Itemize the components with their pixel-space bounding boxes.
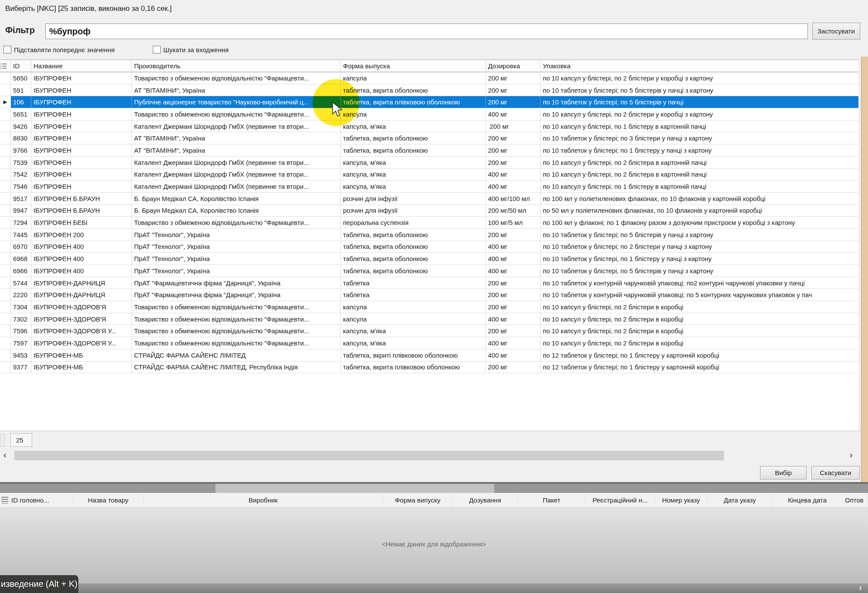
search-occurrence-checkbox[interactable]: [153, 46, 161, 54]
cell-name: ІБУПРОФЕН-ДАРНИЦЯ: [31, 277, 132, 289]
table-row[interactable]: 5651ІБУПРОФЕНТовариство з обмеженою відп…: [0, 108, 858, 121]
cell-form: таблетка, вкриті плівковою оболонкою: [341, 349, 486, 361]
column-header-name[interactable]: Название: [31, 60, 132, 72]
cell-manufacturer: Товариство з обмеженою відповідальністю …: [132, 301, 341, 313]
player-bar[interactable]: [0, 583, 868, 593]
row-selector: [0, 349, 11, 361]
cell-dosage: 200 мг: [486, 157, 541, 168]
table-row[interactable]: 7445ІБУПРОФЕН 200ПрАТ "Технолог", Україн…: [0, 229, 858, 241]
table-row[interactable]: 6970ІБУПРОФЕН 400ПрАТ "Технолог", Україн…: [0, 241, 858, 253]
grid-body: 5650ІБУПРОФЕНТовариство з обмеженою відп…: [0, 72, 858, 373]
table-row[interactable]: 6968ІБУПРОФЕН 400ПрАТ "Технолог", Україн…: [0, 253, 858, 265]
scroll-left-icon[interactable]: ‹: [3, 450, 7, 460]
column-header-packaging[interactable]: Упаковка: [541, 60, 858, 72]
bottom-column-header[interactable]: Назва товару: [73, 493, 144, 507]
status-panel: 25: [0, 431, 861, 449]
table-row[interactable]: 9947ІБУПРОФЕН Б.БРАУНБ. Браун Медікал СА…: [0, 205, 858, 217]
cell-packaging: по 50 мл у поліетиленових флаконах, по 1…: [541, 205, 858, 217]
column-header-manufacturer[interactable]: Производитель: [132, 60, 341, 72]
cell-name: ІБУПРОФЕН-ЗДОРОВ'Я У...: [31, 337, 132, 349]
scroll-right-icon[interactable]: ›: [850, 450, 853, 460]
table-row[interactable]: 5744ІБУПРОФЕН-ДАРНИЦЯПрАТ "Фармацевтична…: [0, 277, 858, 289]
cell-manufacturer: ПрАТ "Фармацевтична фірма "Дарниця", Укр…: [132, 277, 341, 289]
table-row[interactable]: 7302ІБУПРОФЕН-ЗДОРОВ'ЯТовариство з обмеж…: [0, 313, 858, 325]
table-row[interactable]: 9426ІБУПРОФЕНКаталент Джермані Шорндорф …: [0, 121, 858, 133]
row-selector: [0, 181, 11, 192]
cell-name: ІБУПРОФЕН: [31, 181, 132, 192]
player-chevron-icon[interactable]: ›: [859, 583, 862, 593]
scrollbar-thumb[interactable]: [14, 451, 724, 460]
table-row[interactable]: 7294ІБУПРОФЕН БЕБІТовариство з обмеженою…: [0, 217, 858, 229]
table-row[interactable]: 9517ІБУПРОФЕН Б.БРАУНБ. Браун Медікал СА…: [0, 193, 858, 205]
cell-dosage: 400 мг: [486, 108, 541, 120]
column-header-form[interactable]: Форма выпуска: [341, 60, 486, 72]
cell-form: розчин для інфузії: [341, 205, 486, 217]
row-selector: [0, 205, 11, 217]
table-row[interactable]: 7304ІБУПРОФЕН-ЗДОРОВ'ЯТовариство з обмеж…: [0, 301, 858, 313]
cell-id: 9377: [11, 362, 31, 373]
apply-button[interactable]: Застосувати: [812, 23, 860, 40]
grid-selector-icon[interactable]: [0, 60, 11, 72]
table-row[interactable]: 9377ІБУПРОФЕН-МБСТРАЙДС ФАРМА САЙЕНС ЛІМ…: [0, 362, 858, 374]
table-row[interactable]: 7546ІБУПРОФЕНКаталент Джермані Шорндорф …: [0, 181, 858, 193]
filter-input[interactable]: [45, 23, 808, 39]
cell-dosage: 200 мг: [486, 144, 541, 156]
cell-dosage: 400 мг: [486, 313, 541, 325]
cell-dosage: 400 мг: [486, 337, 541, 349]
cell-packaging: по 100 мл у поліетиленових флаконах, по …: [541, 193, 858, 204]
table-row[interactable]: 6966ІБУПРОФЕН 400ПрАТ "Технолог", Україн…: [0, 265, 858, 277]
cancel-button[interactable]: Скасувати: [811, 466, 860, 479]
bottom-column-header[interactable]: ID головно...: [0, 493, 73, 507]
cell-manufacturer: Каталент Джермані Шорндорф ГмбХ (первинн…: [132, 169, 341, 181]
table-row[interactable]: 2220ІБУПРОФЕН-ДАРНИЦЯПрАТ "Фармацевтична…: [0, 289, 858, 301]
bottom-scrollbar[interactable]: [0, 484, 868, 493]
column-header-id[interactable]: ID: [11, 60, 31, 72]
cell-manufacturer: Товариство з обмеженою відповідальністю …: [132, 72, 341, 84]
cell-form: таблетка, вкрита оболонкою: [341, 132, 486, 144]
cell-manufacturer: СТРАЙДС ФАРМА САЙЕНС ЛІМІТЕД, Республіка…: [132, 362, 341, 373]
cell-id: 9947: [11, 205, 31, 217]
cell-dosage: 400 мг: [486, 241, 541, 253]
bottom-grid-selector-icon[interactable]: [1, 497, 8, 504]
cell-form: таблетка, вкрита оболонкою: [341, 144, 486, 156]
cell-dosage: 400 мг: [486, 349, 541, 361]
bottom-column-header[interactable]: Оптов: [842, 493, 868, 507]
cell-dosage: 400 мг: [486, 181, 541, 192]
cell-name: ІБУПРОФЕН БЕБІ: [31, 217, 132, 228]
row-selector: [0, 144, 11, 156]
substitute-previous-checkbox[interactable]: [3, 46, 11, 54]
column-header-dosage[interactable]: Дозировка: [486, 60, 541, 72]
table-row[interactable]: 9453ІБУПРОФЕН-МБСТРАЙДС ФАРМА САЙЕНС ЛІМ…: [0, 349, 858, 362]
select-button[interactable]: Вибір: [760, 466, 807, 479]
table-row[interactable]: 7539ІБУПРОФЕНКаталент Джермані Шорндорф …: [0, 157, 858, 169]
bottom-column-header[interactable]: Кінцева дата: [773, 493, 842, 507]
table-row[interactable]: 8830ІБУПРОФЕНАТ "ВІТАМІНИ", Українатабле…: [0, 132, 858, 144]
table-row[interactable]: 7596ІБУПРОФЕН-ЗДОРОВ'Я У...Товариство з …: [0, 325, 858, 337]
cell-form: розчин для інфузії: [341, 193, 486, 204]
cell-name: ІБУПРОФЕН: [31, 84, 132, 96]
table-row[interactable]: ▶106ІБУПРОФЕНПублічне акціонерне товарис…: [0, 96, 858, 108]
table-row[interactable]: 9766ІБУПРОФЕНАТ "ВІТАМІНИ", Українатабле…: [0, 144, 858, 157]
cell-form: капсула, м'яка: [341, 157, 486, 168]
cell-packaging: по 10 таблеток у блістері, по 5 блістері…: [541, 265, 858, 277]
row-selector: [0, 217, 11, 228]
bottom-column-header[interactable]: Форма випуску: [383, 493, 453, 507]
table-row[interactable]: 5650ІБУПРОФЕНТовариство з обмеженою відп…: [0, 72, 858, 84]
cell-manufacturer: Товариство з обмеженою відповідальністю …: [132, 337, 341, 349]
cell-dosage: 400 мг: [486, 253, 541, 265]
bottom-column-header[interactable]: Дата указу: [707, 493, 773, 507]
table-row[interactable]: 7542ІБУПРОФЕНКаталент Джермані Шорндорф …: [0, 169, 858, 181]
bottom-column-header[interactable]: Реєстраційний н...: [585, 493, 655, 507]
bottom-column-header[interactable]: Дозування: [453, 493, 518, 507]
table-row[interactable]: 7597ІБУПРОФЕН-ЗДОРОВ'Я У...Товариство з …: [0, 337, 858, 349]
bottom-column-header[interactable]: Номер указу: [655, 493, 707, 507]
cell-manufacturer: Каталент Джермані Шорндорф ГмбХ (первинн…: [132, 157, 341, 168]
bottom-column-header[interactable]: Пакет: [518, 493, 585, 507]
cell-id: 7542: [11, 169, 31, 181]
table-row[interactable]: 591ІБУПРОФЕНАТ "ВІТАМІНИ", Українатаблет…: [0, 84, 858, 97]
cell-name: ІБУПРОФЕН 400: [31, 253, 132, 265]
bottom-column-header[interactable]: Виробник: [144, 493, 383, 507]
bottom-scrollbar-thumb[interactable]: [215, 484, 494, 493]
cell-dosage: 200 мг: [486, 301, 541, 313]
horizontal-scrollbar[interactable]: ‹ ›: [0, 449, 861, 462]
